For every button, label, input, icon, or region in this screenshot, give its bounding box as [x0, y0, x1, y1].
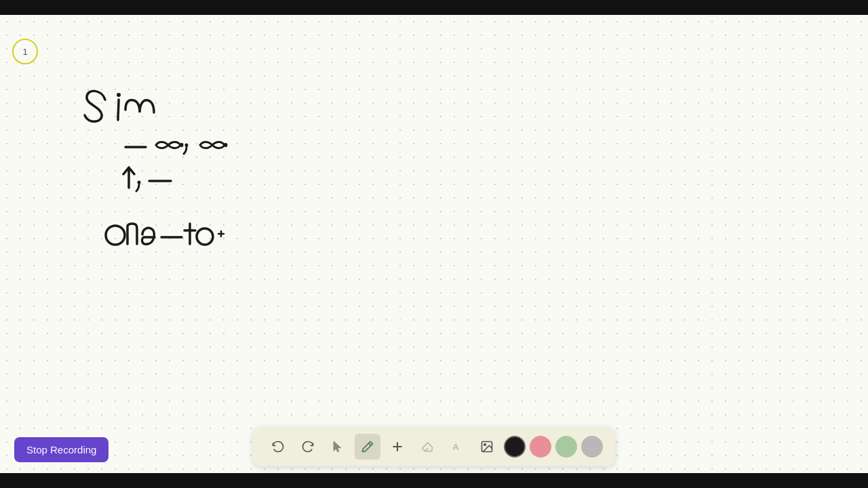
text-icon: A [450, 440, 464, 453]
eraser-button[interactable] [414, 434, 440, 460]
select-button[interactable] [325, 434, 351, 460]
add-icon [391, 440, 404, 453]
redo-icon [301, 440, 315, 453]
image-button[interactable] [474, 434, 500, 460]
timer-value: 1 [22, 47, 27, 57]
stop-recording-button[interactable]: Stop Recording [14, 437, 108, 462]
svg-line-5 [369, 443, 371, 445]
timer-circle: 1 [12, 39, 38, 64]
svg-text:A: A [452, 442, 459, 452]
image-icon [480, 440, 494, 453]
top-bar [0, 0, 868, 15]
svg-point-1 [185, 144, 189, 147]
svg-point-3 [106, 226, 125, 245]
bottom-bar [0, 473, 868, 488]
svg-point-0 [117, 93, 121, 97]
canvas-area[interactable]: 1 [0, 15, 868, 473]
color-black-button[interactable] [504, 436, 526, 458]
pen-button[interactable] [355, 434, 380, 460]
app-container: 1 [0, 0, 868, 488]
redo-button[interactable] [295, 434, 321, 460]
handwriting-svg [68, 69, 407, 327]
undo-button[interactable] [265, 434, 291, 460]
handwriting-content [68, 69, 407, 329]
cursor-icon [331, 440, 344, 453]
svg-point-11 [484, 444, 486, 446]
color-pink-button[interactable] [530, 436, 551, 458]
color-green-button[interactable] [555, 436, 577, 458]
color-gray-button[interactable] [581, 436, 603, 458]
undo-icon [271, 440, 285, 453]
eraser-icon [420, 440, 434, 453]
toolbar: A [253, 427, 615, 466]
text-button[interactable]: A [444, 434, 470, 460]
svg-point-4 [197, 228, 213, 245]
pen-icon [361, 440, 374, 453]
add-button[interactable] [384, 434, 410, 460]
svg-point-2 [138, 181, 141, 184]
